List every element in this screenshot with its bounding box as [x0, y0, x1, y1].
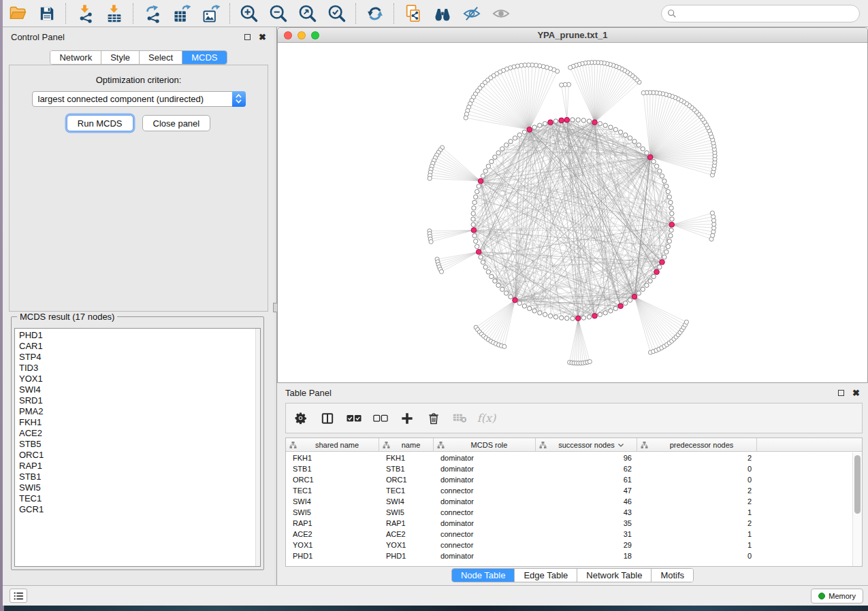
network-hub-node[interactable] — [647, 154, 653, 160]
network-node[interactable] — [568, 65, 573, 69]
network-node[interactable] — [553, 315, 558, 319]
tab-select[interactable]: Select — [140, 51, 182, 64]
network-node[interactable] — [553, 119, 558, 123]
network-node[interactable] — [428, 176, 432, 180]
cell-predecessor_nodes[interactable]: 1 — [637, 540, 752, 550]
cell-mcds_role[interactable]: dominator — [440, 550, 474, 561]
network-node[interactable] — [500, 147, 504, 151]
cell-predecessor_nodes[interactable]: 2 — [637, 518, 752, 529]
mcds-result-item[interactable]: PMA2 — [15, 406, 260, 417]
cell-predecessor_nodes[interactable]: 1 — [637, 507, 752, 518]
cell-successor_nodes[interactable]: 46 — [536, 496, 632, 507]
network-hub-node[interactable] — [618, 303, 624, 309]
network-node[interactable] — [479, 255, 483, 259]
tab-mcds[interactable]: MCDS — [182, 51, 226, 64]
cell-shared_name[interactable]: SWI4 — [293, 496, 311, 507]
cell-successor_nodes[interactable]: 29 — [536, 540, 632, 550]
network-node[interactable] — [532, 125, 536, 129]
network-node[interactable] — [624, 301, 628, 305]
cell-shared_name[interactable]: SWI5 — [293, 507, 311, 518]
apply-layout-button[interactable] — [360, 2, 389, 25]
cell-predecessor_nodes[interactable]: 0 — [637, 474, 752, 485]
table-row[interactable]: YOX1YOX1connector291 — [286, 540, 862, 550]
export-network-button[interactable] — [138, 2, 167, 25]
network-node[interactable] — [502, 344, 507, 348]
mcds-result-item[interactable]: TEC1 — [15, 493, 260, 504]
network-node[interactable] — [588, 359, 592, 363]
network-hub-node[interactable] — [548, 120, 553, 125]
cell-successor_nodes[interactable]: 18 — [536, 550, 632, 561]
network-node[interactable] — [624, 133, 628, 137]
network-node[interactable] — [486, 270, 490, 274]
network-node[interactable] — [472, 200, 477, 204]
network-node[interactable] — [603, 311, 607, 315]
cell-successor_nodes[interactable]: 31 — [536, 529, 632, 540]
network-hub-node[interactable] — [669, 222, 675, 227]
network-node[interactable] — [641, 90, 645, 95]
mcds-result-item[interactable]: ACE2 — [15, 428, 260, 439]
network-node[interactable] — [581, 316, 585, 320]
network-node[interactable] — [513, 136, 517, 140]
network-hub-node[interactable] — [632, 294, 637, 299]
cell-shared_name[interactable]: TEC1 — [293, 485, 312, 496]
cell-predecessor_nodes[interactable]: 2 — [637, 485, 752, 496]
network-node[interactable] — [587, 119, 591, 123]
network-hub-node[interactable] — [660, 260, 665, 265]
cell-name[interactable]: STB1 — [386, 463, 405, 474]
float-panel-icon[interactable] — [244, 34, 251, 40]
network-node[interactable] — [475, 244, 479, 248]
mcds-result-item[interactable]: RAP1 — [15, 461, 260, 472]
network-node[interactable] — [543, 122, 547, 126]
cell-name[interactable]: YOX1 — [386, 540, 406, 550]
network-node[interactable] — [598, 312, 602, 316]
network-node[interactable] — [477, 184, 481, 188]
table-row[interactable]: STB1STB1dominator620 — [286, 463, 862, 474]
tab-network[interactable]: Network — [50, 51, 101, 64]
table-row[interactable]: RAP1RAP1dominator352 — [286, 518, 862, 529]
tab-style[interactable]: Style — [101, 51, 140, 64]
network-node[interactable] — [662, 255, 666, 259]
network-node[interactable] — [543, 312, 547, 316]
cell-predecessor_nodes[interactable]: 1 — [637, 529, 752, 540]
mcds-result-item[interactable]: PHD1 — [15, 330, 260, 341]
cell-predecessor_nodes[interactable]: 2 — [637, 452, 752, 463]
network-node[interactable] — [641, 147, 645, 151]
cell-successor_nodes[interactable]: 35 — [536, 518, 632, 529]
network-node[interactable] — [486, 164, 490, 168]
column-header-name[interactable]: name — [379, 438, 434, 452]
network-node[interactable] — [483, 169, 487, 173]
export-image-button[interactable] — [196, 2, 225, 25]
network-node[interactable] — [504, 143, 509, 147]
cell-mcds_role[interactable]: dominator — [440, 463, 474, 474]
network-hub-node[interactable] — [527, 127, 532, 133]
network-node[interactable] — [652, 274, 656, 278]
mcds-result-item[interactable]: YOX1 — [15, 374, 260, 384]
cell-predecessor_nodes[interactable]: 2 — [637, 496, 752, 507]
cell-shared_name[interactable]: PHD1 — [293, 550, 312, 561]
network-hub-node[interactable] — [478, 178, 483, 184]
network-node[interactable] — [598, 122, 602, 126]
network-hub-node[interactable] — [592, 120, 598, 125]
search-input[interactable] — [680, 8, 859, 18]
network-node[interactable] — [637, 291, 641, 295]
network-hub-node[interactable] — [559, 118, 564, 123]
cell-shared_name[interactable]: YOX1 — [293, 540, 312, 550]
network-node[interactable] — [474, 239, 478, 243]
network-node[interactable] — [641, 287, 645, 291]
network-node[interactable] — [481, 260, 485, 264]
column-header-successor-nodes[interactable]: successor nodes — [536, 438, 637, 452]
network-node[interactable] — [481, 174, 485, 178]
network-node[interactable] — [528, 306, 532, 310]
network-hub-node[interactable] — [654, 269, 660, 275]
search-box[interactable] — [661, 5, 860, 22]
network-node[interactable] — [509, 139, 513, 144]
network-node[interactable] — [666, 244, 670, 248]
network-node[interactable] — [493, 279, 497, 283]
network-node[interactable] — [504, 291, 509, 295]
cell-name[interactable]: PHD1 — [386, 550, 406, 561]
network-node[interactable] — [489, 159, 494, 163]
network-node[interactable] — [548, 314, 552, 318]
column-header-predecessor-nodes[interactable]: predecessor nodes — [637, 438, 757, 452]
delete-column-button[interactable] — [420, 406, 447, 431]
cell-successor_nodes[interactable]: 62 — [536, 463, 632, 474]
